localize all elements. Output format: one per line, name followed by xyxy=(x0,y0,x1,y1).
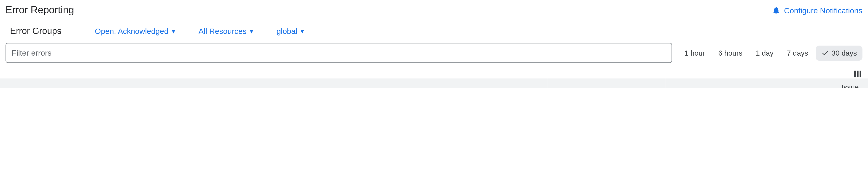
time-range-7-days[interactable]: 7 days xyxy=(781,45,814,60)
check-icon xyxy=(822,49,829,57)
col-location[interactable]: Location xyxy=(719,79,775,88)
col-response-code[interactable]: Response Code xyxy=(775,79,837,88)
configure-notifications-label: Configure Notifications xyxy=(784,6,863,15)
column-settings-icon[interactable] xyxy=(854,71,861,77)
caret-down-icon: ▼ xyxy=(249,28,254,34)
time-range-label: 6 hours xyxy=(718,49,742,57)
region-filter-label: global xyxy=(277,27,298,36)
col-type[interactable]: Type xyxy=(547,79,609,88)
time-range-label: 30 days xyxy=(832,49,857,57)
page-title: Error Reporting xyxy=(5,4,74,16)
time-range-group: 1 hour6 hours1 day7 days30 days xyxy=(679,45,862,60)
time-range-label: 1 hour xyxy=(684,49,705,57)
resource-filter-dropdown[interactable]: All Resources ▼ xyxy=(198,27,254,36)
time-range-1-hour[interactable]: 1 hour xyxy=(679,45,710,60)
time-range-label: 1 day xyxy=(756,49,773,57)
status-filter-dropdown[interactable]: Open, Acknowledged ▼ xyxy=(95,27,176,36)
col-resolution-status[interactable]: Resolution Status xyxy=(0,79,90,88)
filter-errors-input[interactable] xyxy=(5,43,672,63)
caret-down-icon: ▼ xyxy=(300,28,305,34)
col-last-seen[interactable]: Last Seen xyxy=(665,79,719,88)
caret-down-icon: ▼ xyxy=(171,28,176,34)
time-range-1-day[interactable]: 1 day xyxy=(750,45,779,60)
time-range-label: 7 days xyxy=(787,49,808,57)
error-groups-table: Resolution Status Occurrences Error Seen… xyxy=(0,79,868,88)
region-filter-dropdown[interactable]: global ▼ xyxy=(277,27,305,36)
col-seen-in[interactable]: Seen In xyxy=(474,79,548,88)
bell-icon xyxy=(772,6,781,15)
resource-filter-label: All Resources xyxy=(198,27,247,36)
col-first-seen[interactable]: First Seen xyxy=(609,79,665,88)
configure-notifications-link[interactable]: Configure Notifications xyxy=(772,6,863,15)
time-range-30-days[interactable]: 30 days xyxy=(816,45,862,60)
time-range-6-hours[interactable]: 6 hours xyxy=(713,45,748,60)
col-issue-link[interactable]: Issue Link xyxy=(837,79,868,88)
col-error[interactable]: Error xyxy=(219,79,474,88)
col-occurrences[interactable]: Occurrences xyxy=(90,79,219,88)
section-title: Error Groups xyxy=(10,26,62,36)
arrow-down-icon xyxy=(137,87,145,88)
status-filter-label: Open, Acknowledged xyxy=(95,27,168,36)
